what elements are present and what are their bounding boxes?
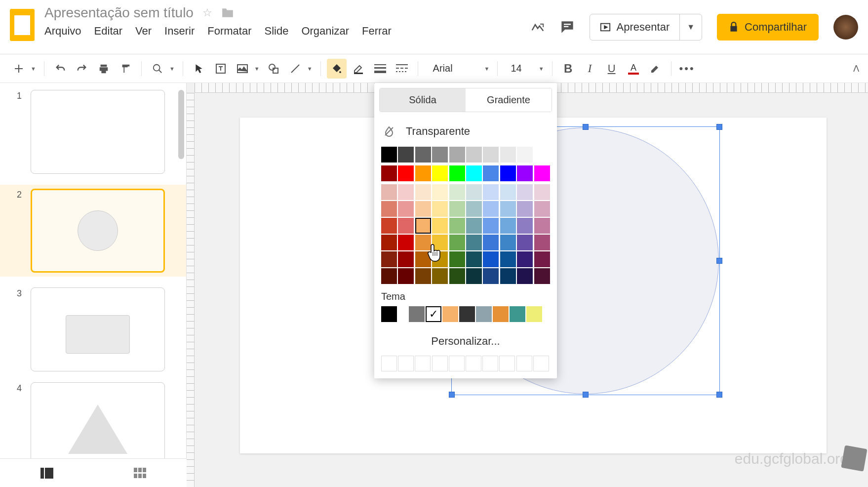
color-swatch[interactable] (415, 356, 431, 371)
color-swatch[interactable] (449, 251, 465, 267)
share-button[interactable]: Compartilhar (717, 14, 819, 41)
color-swatch[interactable] (415, 218, 431, 234)
color-swatch[interactable] (398, 251, 414, 267)
color-swatch[interactable] (415, 201, 431, 217)
color-swatch[interactable] (449, 165, 465, 181)
color-swatch[interactable] (398, 184, 414, 200)
color-swatch[interactable] (483, 165, 499, 181)
color-swatch[interactable] (381, 306, 397, 322)
resize-handle[interactable] (716, 258, 722, 264)
color-swatch[interactable] (398, 235, 414, 250)
color-swatch[interactable] (476, 306, 492, 322)
present-button[interactable]: Apresentar ▼ (590, 14, 702, 41)
thumb-row-1[interactable]: 1 (17, 90, 174, 174)
color-swatch[interactable] (415, 165, 431, 181)
new-slide-dropdown-icon[interactable]: ▼ (29, 66, 38, 72)
color-swatch[interactable] (466, 268, 482, 284)
color-swatch[interactable] (398, 165, 414, 181)
undo-button[interactable] (50, 59, 70, 79)
color-swatch[interactable] (533, 356, 549, 371)
color-swatch[interactable] (398, 147, 414, 162)
star-icon[interactable]: ☆ (202, 6, 212, 19)
color-swatch[interactable] (499, 356, 515, 371)
color-swatch[interactable] (432, 268, 448, 284)
color-swatch[interactable] (483, 184, 499, 200)
color-swatch[interactable] (449, 218, 465, 234)
thumb-row-2[interactable]: 2 (0, 185, 186, 277)
slide-thumbnail-4[interactable] (31, 382, 165, 466)
color-swatch[interactable] (432, 251, 448, 267)
color-swatch[interactable] (534, 251, 550, 267)
color-swatch[interactable] (517, 147, 533, 162)
present-dropdown-icon[interactable]: ▼ (680, 23, 702, 32)
color-swatch[interactable] (534, 201, 550, 217)
color-swatch[interactable] (517, 201, 533, 217)
paint-format-button[interactable] (116, 59, 135, 79)
select-tool[interactable] (189, 59, 209, 79)
color-swatch[interactable] (483, 235, 499, 250)
color-swatch[interactable] (534, 165, 550, 181)
color-swatch[interactable] (449, 184, 465, 200)
textbox-tool[interactable] (211, 59, 231, 79)
color-swatch[interactable] (398, 268, 414, 284)
border-dash-button[interactable] (392, 59, 412, 79)
more-tools-button[interactable]: ••• (677, 59, 697, 79)
color-swatch[interactable] (381, 147, 397, 162)
color-swatch[interactable] (516, 356, 532, 371)
color-swatch[interactable] (449, 235, 465, 250)
color-swatch[interactable] (466, 165, 482, 181)
color-swatch[interactable] (398, 218, 414, 234)
shape-tool[interactable] (264, 59, 283, 79)
color-swatch[interactable] (415, 184, 431, 200)
color-swatch[interactable] (415, 268, 431, 284)
color-swatch[interactable] (482, 356, 498, 371)
custom-color-button[interactable]: Personalizar... (374, 322, 557, 356)
color-swatch[interactable] (449, 147, 465, 162)
sidebar-scrollbar[interactable] (178, 90, 184, 159)
color-swatch[interactable] (415, 147, 431, 162)
color-swatch[interactable] (500, 235, 516, 250)
resize-handle[interactable] (716, 124, 722, 130)
document-title[interactable]: Apresentação sem título (44, 5, 194, 21)
color-swatch[interactable] (466, 184, 482, 200)
color-swatch[interactable] (500, 218, 516, 234)
color-swatch[interactable] (500, 184, 516, 200)
menu-ver[interactable]: Ver (135, 25, 152, 38)
tab-solid[interactable]: Sólida (380, 88, 466, 112)
resize-handle[interactable] (716, 392, 722, 398)
color-swatch[interactable] (449, 201, 465, 217)
image-dropdown-icon[interactable]: ▼ (252, 66, 262, 72)
image-tool[interactable] (233, 59, 252, 79)
slide-thumbnail-3[interactable] (31, 287, 165, 371)
color-swatch[interactable] (381, 356, 397, 371)
menu-slide[interactable]: Slide (264, 25, 288, 38)
explore-icon[interactable] (841, 445, 867, 471)
color-swatch[interactable] (432, 147, 448, 162)
new-slide-button[interactable] (9, 59, 29, 79)
avatar[interactable] (833, 15, 858, 40)
color-swatch[interactable] (466, 356, 481, 371)
color-swatch[interactable] (409, 306, 425, 322)
color-swatch[interactable] (517, 268, 533, 284)
resize-handle[interactable] (449, 392, 455, 398)
color-swatch[interactable] (517, 218, 533, 234)
folder-icon[interactable] (221, 7, 234, 18)
zoom-dropdown-icon[interactable]: ▼ (167, 66, 177, 72)
text-color-button[interactable]: A (624, 59, 643, 79)
redo-button[interactable] (72, 59, 92, 79)
menu-ferramentas[interactable]: Ferrar (362, 25, 392, 38)
color-swatch[interactable] (432, 201, 448, 217)
resize-handle[interactable] (583, 392, 589, 398)
color-swatch[interactable] (517, 184, 533, 200)
font-size-dropdown-icon[interactable]: ▼ (537, 66, 546, 72)
color-swatch[interactable] (381, 165, 397, 181)
color-swatch[interactable] (381, 268, 397, 284)
border-color-button[interactable] (349, 59, 368, 79)
color-swatch[interactable] (517, 251, 533, 267)
color-swatch[interactable] (517, 165, 533, 181)
menu-editar[interactable]: Editar (94, 25, 122, 38)
zoom-button[interactable] (148, 59, 167, 79)
color-swatch[interactable] (500, 251, 516, 267)
filmstrip-view-icon[interactable] (40, 468, 53, 479)
color-swatch[interactable] (483, 218, 499, 234)
